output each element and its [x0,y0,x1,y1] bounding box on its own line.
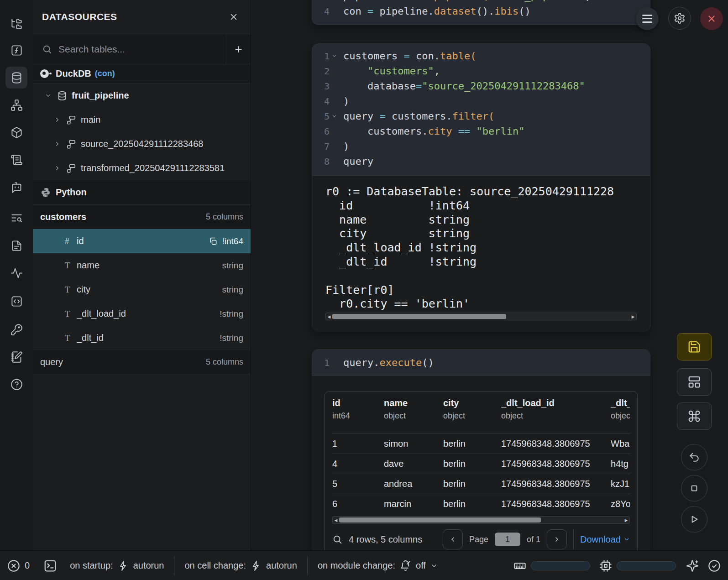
ai-assist-button[interactable] [686,559,699,572]
table-header-query[interactable]: query 5 columns [33,350,251,374]
schema-icon [66,163,76,173]
page-number[interactable]: 1 [495,533,520,546]
column-row-id[interactable]: # id !int64 [33,229,251,253]
cpu-usage[interactable] [599,559,676,572]
save-button[interactable] [677,333,712,361]
result-table-card: idnamecity_dlt_load_id_dlt_id int64objec… [325,391,638,550]
notebook-pen-icon[interactable] [5,346,27,368]
table-row[interactable]: 1simonberlin1745968348.3806975Wba [332,434,630,454]
layout-toggle-button[interactable] [677,368,712,396]
column-row-dlt-load-id[interactable]: T _dlt_load_id !string [33,302,251,326]
on-cell-change-setting[interactable]: on cell change: autorun [184,560,297,571]
lightning-bolt-icon [118,560,129,571]
documentation-icon[interactable] [5,235,27,256]
search-tables-input[interactable] [58,44,220,55]
memory-usage[interactable] [513,559,590,572]
fold-chevron-icon[interactable] [330,53,339,59]
function-square-icon[interactable] [5,39,27,61]
table-column-header[interactable]: city [443,398,501,408]
table-header-customers[interactable]: customers 5 columns [33,205,251,229]
table-row[interactable]: 5andreaberlin1745968348.3806975kzJ1 [332,474,630,494]
scroll-left-arrow[interactable]: ◄ [333,517,339,523]
scroll-left-arrow[interactable]: ◄ [326,314,332,319]
notebook-area: 3pipeline = dlt.pipeline("fruit_pipeline… [251,0,728,550]
errors-indicator[interactable]: 0 [7,559,30,572]
page-of-label: of 1 [527,535,540,544]
code-line[interactable]: 3 database="source_202504291112283468" [312,78,650,94]
tree-item-database[interactable]: fruit_pipeline [33,84,251,108]
code-line[interactable]: 4con = pipeline.dataset().ibis() [312,4,650,19]
search-box[interactable] [33,34,226,64]
logs-icon[interactable] [5,149,27,171]
table-row[interactable]: 4daveberlin1745968348.3806975h4tg [332,454,630,474]
table-row[interactable]: 6marcinberlin1745968348.3806975z8Yo [332,494,630,514]
code-cell-2[interactable]: 1customers = con.table(2 "customers",3 d… [312,43,650,332]
snippets-icon[interactable] [5,290,27,312]
code-line[interactable]: 1query.execute() [312,355,650,370]
column-row-name[interactable]: T name string [33,253,251,277]
help-icon[interactable] [5,373,27,395]
table-cell: 4 [332,459,384,469]
close-panel-button[interactable] [226,9,241,25]
scrollbar-thumb[interactable] [332,314,506,319]
shutdown-button[interactable] [700,7,723,30]
code-line[interactable]: 5query = customers.filter( [312,109,650,124]
table-cell: andrea [384,479,443,489]
terminal-button[interactable] [43,559,57,573]
code-cell-1[interactable]: 3pipeline = dlt.pipeline("fruit_pipeline… [312,0,650,25]
connection-status[interactable] [708,559,721,572]
code-line[interactable]: 6 customers.city == "berlin" [312,124,650,139]
table-column-header[interactable]: _dlt_load_id [501,398,611,408]
code-line[interactable]: 7) [312,139,650,154]
tree-item-label: main [81,115,100,125]
download-button[interactable]: Download [580,534,630,545]
code-line[interactable]: 2 "customers", [312,63,650,78]
datasources-icon[interactable] [5,67,27,89]
python-section-row[interactable]: Python [33,180,251,205]
tracing-icon[interactable] [5,262,27,284]
tree-item-schema-transformed[interactable]: transformed_202504291112283581 [33,156,251,180]
search-icon[interactable] [332,534,342,544]
horizontal-scrollbar[interactable]: ◄ ► [325,313,637,320]
undo-button[interactable] [681,444,707,470]
fold-chevron-icon[interactable] [330,113,339,119]
on-module-change-setting[interactable]: on module change: off [318,560,438,571]
table-name: query [40,357,63,367]
packages-icon[interactable] [5,121,27,143]
table-column-header[interactable]: _dlt_id [611,398,630,408]
duckdb-logo-icon [40,68,51,79]
copy-icon[interactable] [209,237,218,246]
code-line[interactable]: 8query [312,154,650,169]
column-row-city[interactable]: T city string [33,277,251,302]
run-button[interactable] [681,506,707,533]
code-line[interactable]: 3pipeline = dlt.pipeline("fruit_pipeline… [312,0,650,4]
tree-item-schema-main[interactable]: main [33,108,251,132]
add-datasource-button[interactable]: + [226,34,251,64]
save-icon [687,340,701,354]
notebook-menu-button[interactable] [636,7,659,30]
ai-chat-icon[interactable] [5,176,27,198]
code-line[interactable]: 1customers = con.table( [312,48,650,63]
table-column-header[interactable]: id [332,398,384,408]
on-startup-setting[interactable]: on startup: autorun [70,560,164,571]
code-line[interactable]: 4) [312,94,650,109]
tree-item-schema-source[interactable]: source_202504291112283468 [33,132,251,156]
stop-button[interactable] [681,475,707,502]
column-row-dlt-id[interactable]: T _dlt_id !string [33,326,251,350]
scroll-right-arrow[interactable]: ► [630,314,636,319]
scrollbar-thumb[interactable] [339,517,541,523]
settings-button[interactable] [668,7,691,30]
code-cell-3[interactable]: 1query.execute() idnamecity_dlt_load_id_… [312,349,650,550]
command-palette-button[interactable] [677,402,712,430]
scroll-right-arrow[interactable]: ► [623,517,629,523]
file-tree-icon[interactable] [5,13,27,35]
engine-row-duckdb[interactable]: DuckDB (con) [33,64,251,84]
table-horizontal-scrollbar[interactable]: ◄ ► [332,516,630,524]
datasources-panel: DATASOURCES + DuckDB (con) fruit_pipelin… [33,0,251,550]
secrets-icon[interactable] [5,319,27,340]
table-column-header[interactable]: name [384,398,443,408]
next-page-button[interactable] [547,529,567,549]
prev-page-button[interactable] [443,529,463,549]
dependency-graph-icon[interactable] [5,94,27,116]
scratchpad-search-icon[interactable] [5,207,27,229]
